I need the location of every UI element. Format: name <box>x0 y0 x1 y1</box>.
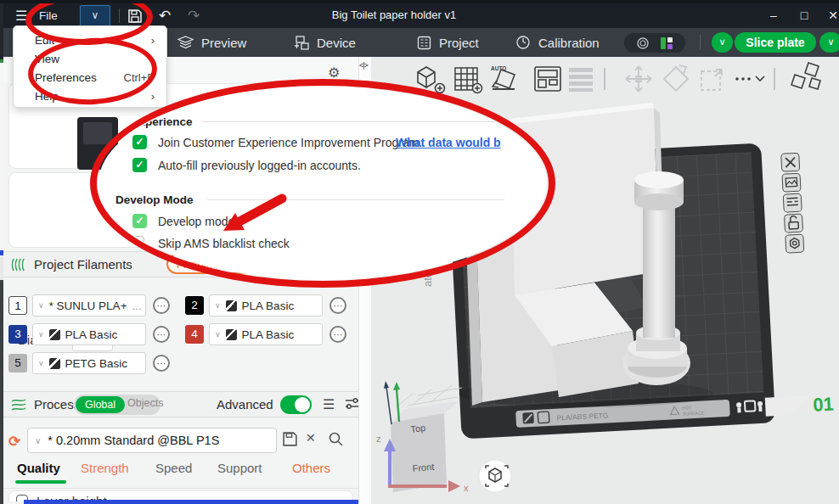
slice-plate-button[interactable]: Slice plate <box>735 32 816 53</box>
filament-4-dropdown[interactable]: ∨ PLA Basic <box>209 323 323 345</box>
panel-collapse-handle[interactable]: <|> <box>359 61 368 70</box>
submenu-chevron-icon: › <box>151 53 155 65</box>
filament-3-dropdown[interactable]: ∨ PLA Basic <box>32 323 146 345</box>
delete-plate-button[interactable] <box>781 153 800 171</box>
maximize-button[interactable]: □ <box>791 4 817 26</box>
join-program-checkbox[interactable]: ✓ <box>132 135 147 149</box>
plate-warning-text: HOT <box>682 405 693 411</box>
menu-item-label: Help <box>35 90 59 103</box>
titlebar-divider <box>119 8 120 23</box>
axis-z-label: z <box>376 434 381 444</box>
lock-plate-button[interactable] <box>784 214 802 232</box>
filament-5-color-swatch[interactable]: 5 <box>8 354 27 372</box>
filament-5-name: PETG Basic <box>65 357 128 370</box>
reset-preset-icon[interactable]: ⟳ <box>8 433 20 451</box>
menu-item-view[interactable]: View › <box>14 49 166 68</box>
minimize-button[interactable]: – <box>761 4 786 26</box>
filament-4-color-swatch[interactable]: 4 <box>185 325 204 344</box>
tune-sliders-icon[interactable] <box>345 397 359 414</box>
print-options-chevron-button[interactable]: ∨ <box>819 32 839 53</box>
screen-edge-artifact <box>24 500 372 504</box>
cube-face-front-label[interactable]: Front <box>412 462 435 473</box>
filament-5-dropdown[interactable]: ∨ PETG Basic <box>32 352 146 374</box>
assembly-view-icon[interactable] <box>660 36 673 50</box>
section-divider <box>202 121 504 122</box>
what-data-link[interactable]: What data would b <box>396 136 501 149</box>
plate-name-side-text: ate <box>421 272 434 287</box>
toggle-knob <box>295 397 310 412</box>
menu-item-label: Edit <box>35 34 54 47</box>
menu-item-label: View <box>35 53 59 65</box>
file-menu-chevron-button[interactable]: ∨ <box>80 5 110 26</box>
autofill-checkbox[interactable]: ✓ <box>132 158 147 172</box>
bambu-logo-icon <box>49 329 60 340</box>
slice-scope-chevron-button[interactable]: ∨ <box>712 32 733 53</box>
filament-3-options-button[interactable]: ⋯ <box>153 326 170 343</box>
section-divider <box>207 199 504 200</box>
tab-support[interactable]: Support <box>217 461 262 475</box>
plate-number: 01 <box>813 394 835 416</box>
preset-name: * 0.20mm Standard @BBL P1S <box>48 434 219 447</box>
plate-visibility-button[interactable] <box>786 234 804 253</box>
redo-button[interactable]: ↷ <box>183 6 204 26</box>
tab-quality[interactable]: Quality <box>17 461 60 475</box>
filament-5-options-button[interactable]: ⋯ <box>153 355 170 372</box>
process-preset-dropdown[interactable]: ∨ * 0.20mm Standard @BBL P1S <box>27 428 277 453</box>
record-ring-icon[interactable] <box>636 36 650 50</box>
printer-settings-gear-icon[interactable]: ⚙ <box>328 64 340 81</box>
tab-device-label: Device <box>317 36 356 50</box>
filament-2-options-button[interactable]: ⋯ <box>329 297 346 314</box>
bambu-logo-icon <box>226 329 237 340</box>
filament-3-color-swatch[interactable]: 3 <box>8 325 27 344</box>
menu-item-help[interactable]: Help › <box>14 87 166 105</box>
divider <box>3 488 358 489</box>
chevron-down-icon: ∨ <box>215 330 221 339</box>
tab-speed[interactable]: Speed <box>155 461 192 475</box>
arrange-plate-button[interactable] <box>783 193 802 212</box>
develop-mode-section-header: Develop Mode <box>115 193 194 206</box>
hamburger-menu-icon[interactable]: ☰ <box>15 8 27 24</box>
tab-preview[interactable]: Preview <box>177 28 246 57</box>
save-button[interactable] <box>125 6 145 26</box>
filament-1-color-swatch[interactable]: 1 <box>8 296 27 315</box>
calibration-icon <box>515 35 531 50</box>
filament-1-dropdown[interactable]: ∨ * SUNLU PLA+ ... <box>32 294 146 316</box>
tab-strength[interactable]: Strength <box>81 461 129 475</box>
bambu-logo-icon <box>49 358 60 369</box>
device-icon <box>294 36 309 50</box>
search-icon[interactable] <box>328 431 344 451</box>
process-scope-toggle[interactable]: Global Objects <box>74 395 160 415</box>
undo-button[interactable]: ↶ <box>155 6 175 26</box>
file-menu-label[interactable]: File <box>39 9 58 22</box>
plate-image-button[interactable] <box>782 173 801 192</box>
close-button[interactable]: ✕ <box>820 4 839 26</box>
cube-face-top-label[interactable]: Top <box>410 423 426 434</box>
file-menu-dropdown: Edit › View › Preferences Ctrl+P Help › <box>13 25 167 108</box>
filament-2-color-swatch[interactable]: 2 <box>185 296 204 315</box>
settings-list-icon[interactable]: ☰ <box>323 396 335 412</box>
develop-mode-checkbox[interactable]: ✓ <box>132 214 147 228</box>
tabbar-divider <box>700 35 701 50</box>
autofill-label: Auto-fill previously logged-in accounts. <box>158 159 361 172</box>
scope-objects-option[interactable]: Objects <box>127 397 163 409</box>
view-cube-button[interactable] <box>479 460 511 492</box>
advanced-toggle-switch[interactable] <box>280 395 312 414</box>
save-preset-icon[interactable] <box>282 431 298 451</box>
filament-2-dropdown[interactable]: ∨ PLA Basic <box>209 294 323 316</box>
scope-global-option[interactable]: Global <box>76 396 125 413</box>
project-icon <box>417 36 431 50</box>
tab-calibration[interactable]: Calibration <box>515 28 600 57</box>
menu-item-preferences[interactable]: Preferences Ctrl+P <box>14 68 166 87</box>
tab-project-label: Project <box>439 36 479 50</box>
clear-preset-icon[interactable]: ✕ <box>306 431 316 445</box>
tab-others[interactable]: Others <box>292 461 330 475</box>
tab-device[interactable]: Device <box>294 28 356 57</box>
chevron-down-icon: ∨ <box>35 436 41 445</box>
chevron-down-icon: ∨ <box>38 330 44 339</box>
filament-4-options-button[interactable]: ⋯ <box>329 326 346 343</box>
preview-layers-icon <box>177 36 194 50</box>
filament-1-options-button[interactable]: ⋯ <box>153 297 170 314</box>
menu-item-edit[interactable]: Edit › <box>14 31 166 49</box>
tab-project[interactable]: Project <box>417 28 479 57</box>
menu-item-label: Preferences <box>35 71 97 84</box>
